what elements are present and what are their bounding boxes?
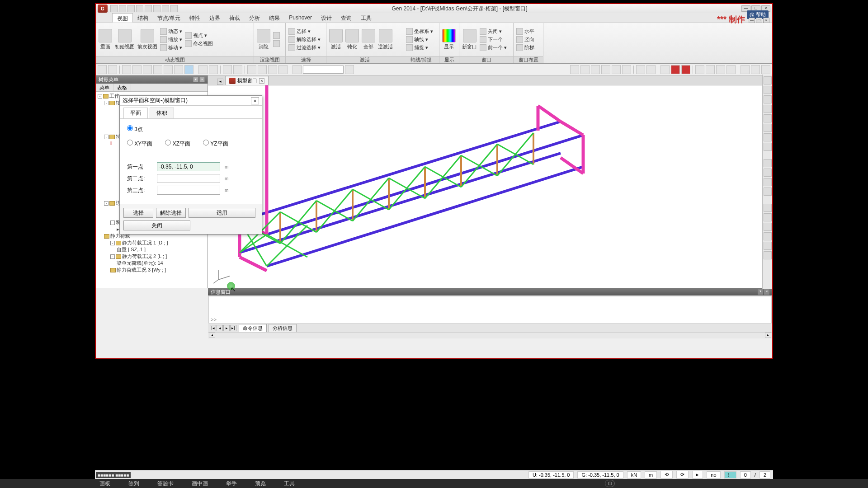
tab-view[interactable]: 视图 bbox=[112, 13, 133, 23]
ucs-button[interactable]: 坐标系 ▾ bbox=[405, 28, 434, 35]
os-preview[interactable]: 预览 bbox=[255, 480, 266, 488]
tab-result[interactable]: 结果 bbox=[264, 13, 284, 23]
input-point3[interactable] bbox=[157, 186, 220, 195]
render-opt2-icon[interactable] bbox=[272, 40, 281, 47]
dialog-unselect-button[interactable]: 解除选择 bbox=[156, 208, 186, 218]
rt-rotate-icon[interactable] bbox=[764, 124, 772, 132]
tab-query[interactable]: 查询 bbox=[336, 13, 356, 23]
mdi-minimize[interactable]: — bbox=[749, 18, 755, 23]
tb-sel6-icon[interactable] bbox=[174, 65, 183, 74]
tb-r14-icon[interactable] bbox=[716, 65, 725, 74]
rt-h-icon[interactable] bbox=[764, 232, 772, 240]
snap-button[interactable]: 捕捉 ▾ bbox=[405, 44, 434, 52]
radio-yz[interactable]: YZ平面 bbox=[203, 140, 228, 148]
tb-sel2-icon[interactable] bbox=[132, 65, 142, 74]
tb-r12-icon[interactable] bbox=[695, 65, 704, 74]
grid-button[interactable]: 轴线 ▾ bbox=[405, 36, 434, 43]
unselect-button[interactable]: 解除选择 ▾ bbox=[288, 36, 321, 43]
dynamic-button[interactable]: 动态 ▾ bbox=[159, 28, 183, 35]
inverse-activate-button[interactable]: 逆激活 bbox=[377, 28, 394, 51]
viewport-tab-close-icon[interactable]: × bbox=[259, 78, 264, 84]
redraw-button[interactable]: 重画 bbox=[98, 28, 113, 51]
rt-home-icon[interactable] bbox=[764, 86, 772, 94]
new-window-button[interactable]: 新窗口 bbox=[461, 28, 478, 51]
rt-c-icon[interactable] bbox=[764, 178, 772, 186]
tb-r3-icon[interactable] bbox=[591, 65, 600, 74]
radio-xz[interactable]: XZ平面 bbox=[165, 140, 190, 148]
vtab-prev-icon[interactable]: ◂ bbox=[217, 79, 223, 85]
rt-j-icon[interactable] bbox=[764, 251, 772, 259]
tab-property[interactable]: 特性 bbox=[185, 13, 205, 23]
rt-zoomout-icon[interactable] bbox=[764, 114, 772, 122]
tab-node-element[interactable]: 节点/单元 bbox=[153, 13, 185, 23]
rt-d-icon[interactable] bbox=[764, 188, 772, 196]
vert-layout-button[interactable]: 竖向 bbox=[515, 36, 535, 43]
dialog-close-icon[interactable]: × bbox=[251, 97, 259, 104]
tb-r8-icon[interactable] bbox=[646, 65, 656, 74]
info-tab-command[interactable]: 命令信息 bbox=[239, 324, 267, 333]
info-nav-next-icon[interactable]: ▸ bbox=[223, 325, 230, 331]
tb-r9-icon[interactable] bbox=[660, 65, 670, 74]
close-window-button[interactable]: 关闭 ▾ bbox=[479, 28, 508, 35]
tb-next-icon[interactable] bbox=[209, 65, 218, 74]
tab-structure[interactable]: 结构 bbox=[133, 13, 153, 23]
qat-open-icon[interactable] bbox=[119, 5, 126, 12]
select-button[interactable]: 选择 ▾ bbox=[288, 28, 321, 35]
display-button[interactable]: 显示 bbox=[441, 28, 457, 51]
dialog-close-button[interactable]: 关闭 bbox=[123, 221, 190, 230]
viewpoint-button[interactable]: 视点 ▾ bbox=[184, 32, 214, 39]
tb-opt1-icon[interactable] bbox=[223, 65, 232, 74]
tab-load[interactable]: 荷载 bbox=[225, 13, 245, 23]
tree-close-icon[interactable]: × bbox=[199, 77, 205, 82]
status-toggle3[interactable]: ▸ bbox=[692, 471, 703, 479]
radio-xy[interactable]: XY平面 bbox=[127, 140, 152, 148]
status-toggle1[interactable]: ⟲ bbox=[660, 471, 673, 479]
tb-opt3-icon[interactable] bbox=[247, 65, 256, 74]
tb-r10-icon[interactable] bbox=[671, 65, 680, 74]
hscroll-left-icon[interactable]: ◂ bbox=[209, 333, 215, 338]
os-power-icon[interactable]: ⏻ bbox=[605, 480, 615, 487]
deactivate-button[interactable]: 钝化 bbox=[344, 28, 360, 51]
rt-pan-icon[interactable] bbox=[764, 133, 772, 141]
tb-r16-icon[interactable] bbox=[741, 65, 750, 74]
rt-a-icon[interactable] bbox=[764, 159, 772, 167]
tb-pointer-icon[interactable] bbox=[292, 65, 302, 74]
tab-tools[interactable]: 工具 bbox=[356, 13, 376, 23]
tb-r6-icon[interactable] bbox=[622, 65, 631, 74]
qat-undo-icon[interactable] bbox=[136, 5, 143, 12]
tb-sel3-icon[interactable] bbox=[143, 65, 152, 74]
info-close-icon[interactable]: × bbox=[764, 289, 769, 295]
dialog-apply-button[interactable]: 适用 bbox=[189, 208, 255, 218]
model-canvas[interactable] bbox=[208, 85, 772, 288]
tb-sel7-icon[interactable] bbox=[184, 65, 193, 74]
radio-3point[interactable]: 3点 bbox=[127, 125, 143, 133]
info-tab-analysis[interactable]: 分析信息 bbox=[269, 324, 297, 333]
tb-r4-icon[interactable] bbox=[601, 65, 610, 74]
status-unit-length[interactable]: m bbox=[645, 471, 657, 479]
viewport-tab-model[interactable]: 模型窗口 × bbox=[225, 76, 269, 85]
tb-undo-icon[interactable] bbox=[98, 65, 107, 74]
cascade-button[interactable]: 阶梯 bbox=[515, 44, 535, 52]
info-nav-prev-icon[interactable]: ◂ bbox=[217, 325, 223, 331]
os-board[interactable]: 画板 bbox=[99, 480, 110, 488]
all-button[interactable]: 全部 bbox=[361, 28, 376, 51]
qat-new-icon[interactable] bbox=[110, 5, 118, 12]
tb-r17-icon[interactable] bbox=[751, 65, 760, 74]
info-body[interactable]: >> bbox=[208, 296, 772, 324]
tb-opt2-icon[interactable] bbox=[233, 65, 242, 74]
status-frame[interactable]: ! bbox=[724, 471, 736, 479]
pan-button[interactable]: 移动 ▾ bbox=[159, 44, 183, 52]
status-no[interactable]: no bbox=[707, 471, 720, 479]
prev-view-button[interactable]: 前次视图 bbox=[137, 28, 158, 51]
tb-combo[interactable] bbox=[303, 66, 344, 74]
tb-sel5-icon[interactable] bbox=[164, 65, 173, 74]
tb-r11-icon[interactable] bbox=[681, 65, 690, 74]
tb-opt4-icon[interactable] bbox=[258, 65, 267, 74]
tb-redo-icon[interactable] bbox=[108, 65, 117, 74]
input-point1[interactable] bbox=[157, 162, 220, 171]
tab-boundary[interactable]: 边界 bbox=[205, 13, 225, 23]
tab-pushover[interactable]: Pushover bbox=[284, 13, 316, 23]
mdi-close[interactable]: × bbox=[763, 18, 769, 23]
horiz-layout-button[interactable]: 水平 bbox=[515, 28, 535, 35]
filter-select-button[interactable]: 过滤选择 ▾ bbox=[288, 44, 321, 52]
